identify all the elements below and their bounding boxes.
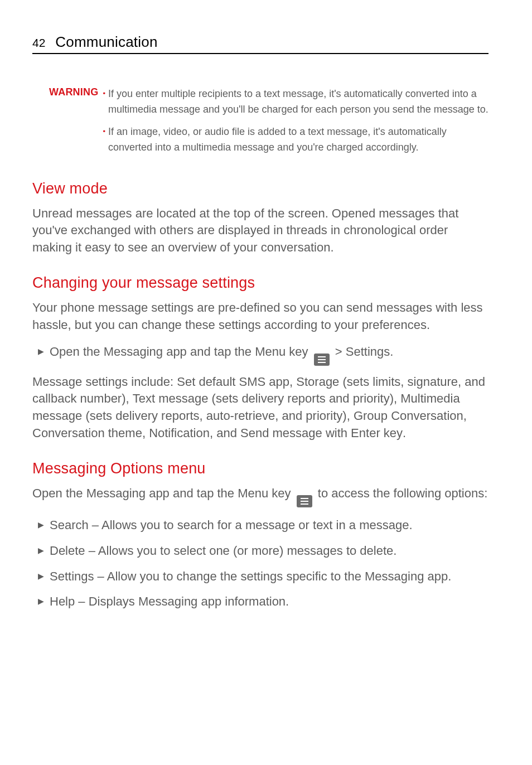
settings-include-paragraph: Message settings include: Set default SM… (32, 374, 489, 442)
option-desc: – Allow you to change the settings speci… (94, 569, 452, 583)
text: > (332, 345, 346, 359)
section-heading-options-menu: Messaging Options menu (32, 460, 489, 477)
bold-text: Storage (296, 375, 339, 389)
chapter-title: Communication (55, 33, 157, 51)
text: Open the (32, 486, 86, 500)
section-heading-changing-settings: Changing your message settings (32, 274, 489, 292)
text: Open the (50, 345, 104, 359)
text: to access the following options: (315, 486, 488, 500)
bullet-icon: • (103, 86, 105, 118)
option-name: Settings (50, 569, 94, 583)
step-text: Open the Messaging app and tap the Menu … (50, 343, 393, 366)
option-text: Settings – Allow you to change the setti… (50, 568, 451, 585)
bold-text: Menu key (238, 486, 291, 500)
option-name: Help (50, 594, 75, 608)
bold-text: Send message with Enter key (240, 426, 403, 440)
warning-item: • If an image, video, or audio file is a… (103, 124, 489, 156)
warning-text: If an image, video, or audio file is add… (108, 124, 489, 156)
option-text: Search – Allows you to search for a mess… (50, 516, 413, 534)
option-item-help: ▶ Help – Displays Messaging app informat… (32, 593, 489, 611)
triangle-icon: ▶ (38, 516, 44, 534)
bold-text: Set default SMS app (177, 375, 289, 389)
menu-key-icon (314, 354, 330, 366)
step-item: ▶ Open the Messaging app and tap the Men… (32, 343, 489, 366)
text: , and (210, 426, 240, 440)
text: . (390, 345, 393, 359)
warning-content: • If you enter multiple recipients to a … (103, 86, 489, 162)
warning-label: WARNING (49, 86, 98, 162)
text: Message settings include: (32, 375, 177, 389)
option-item-search: ▶ Search – Allows you to search for a me… (32, 516, 489, 534)
triangle-icon: ▶ (38, 568, 44, 585)
option-desc: – Allows you to search for a message or … (89, 518, 413, 532)
bold-text: Menu key (255, 345, 308, 359)
bullet-icon: • (103, 124, 105, 156)
bold-text: Group Conversation (354, 409, 463, 423)
text: (sets delivery reports, auto-retrieve, a… (82, 409, 354, 423)
bold-text: Settings (346, 345, 390, 359)
warning-block: WARNING • If you enter multiple recipien… (49, 86, 489, 162)
text: . (403, 426, 406, 440)
text: , (463, 409, 467, 423)
triangle-icon: ▶ (38, 593, 44, 611)
bold-text: Notification (149, 426, 210, 440)
option-item-settings: ▶ Settings – Allow you to change the set… (32, 568, 489, 585)
text: app and tap the (146, 486, 238, 500)
section-heading-view-mode: View mode (32, 180, 489, 197)
options-intro: Open the Messaging app and tap the Menu … (32, 485, 489, 507)
option-item-delete: ▶ Delete – Allows you to select one (or … (32, 542, 489, 560)
triangle-icon: ▶ (38, 542, 44, 560)
warning-text: If you enter multiple recipients to a te… (108, 86, 489, 118)
option-text: Delete – Allows you to select one (or mo… (50, 542, 396, 560)
option-name: Search (50, 518, 89, 532)
triangle-icon: ▶ (38, 343, 44, 366)
changing-settings-body: Your phone message settings are pre-defi… (32, 299, 489, 334)
bold-text: Messaging (104, 345, 163, 359)
option-desc: – Displays Messaging app information. (75, 594, 289, 608)
option-text: Help – Displays Messaging app informatio… (50, 593, 289, 611)
text: app and tap the (163, 345, 255, 359)
bold-text: Text message (133, 391, 209, 405)
bold-text: Conversation theme (32, 426, 142, 440)
menu-key-icon (297, 495, 312, 507)
option-desc: – Allows you to select one (or more) mes… (85, 544, 397, 558)
option-name: Delete (50, 544, 85, 558)
warning-item: • If you enter multiple recipients to a … (103, 86, 489, 118)
page-header: 42 Communication (32, 33, 489, 54)
view-mode-body: Unread messages are located at the top o… (32, 205, 489, 256)
text: (sets delivery reports and priority), (208, 391, 400, 405)
text: , (289, 375, 296, 389)
text: , (142, 426, 149, 440)
page-container: 42 Communication WARNING • If you enter … (0, 0, 532, 652)
page-number: 42 (32, 36, 45, 50)
bold-text: Messaging (86, 486, 146, 500)
